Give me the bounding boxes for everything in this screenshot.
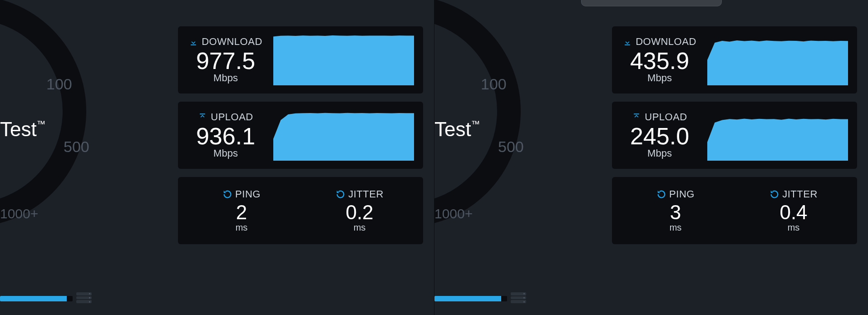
upload-metric: UPLOAD 936.1 Mbps xyxy=(187,111,264,160)
jitter-stat: JITTER 0.4 ms xyxy=(739,188,848,232)
svg-rect-3 xyxy=(634,113,639,114)
ping-stat: PING 3 ms xyxy=(621,188,730,232)
reload-icon xyxy=(335,189,345,199)
server-icon xyxy=(511,292,526,303)
reload-icon xyxy=(769,189,779,199)
download-card: DOWNLOAD 977.5 Mbps xyxy=(178,26,423,94)
gauge-tick-500: 500 xyxy=(498,138,524,156)
jitter-label: JITTER xyxy=(348,188,384,200)
jitter-label: JITTER xyxy=(782,188,818,200)
upload-chart xyxy=(273,110,414,161)
upload-card: UPLOAD 245.0 Mbps xyxy=(612,102,857,169)
ping-label: PING xyxy=(669,188,695,200)
upload-metric: UPLOAD 245.0 Mbps xyxy=(621,111,698,160)
jitter-unit: ms xyxy=(788,222,800,233)
brand-tm: ™ xyxy=(471,119,480,129)
results-column: DOWNLOAD 977.5 Mbps UPLOAD 936.1 xyxy=(178,26,423,244)
upload-icon xyxy=(198,113,207,122)
ping-value: 3 xyxy=(670,202,681,223)
ping-stat: PING 2 ms xyxy=(187,188,296,232)
latency-card: PING 3 ms JITTER 0.4 ms xyxy=(612,177,857,244)
ping-unit: ms xyxy=(670,222,682,233)
download-value: 435.9 xyxy=(630,49,689,74)
svg-rect-1 xyxy=(200,113,205,114)
upload-unit: Mbps xyxy=(213,148,238,159)
upload-card: UPLOAD 936.1 Mbps xyxy=(178,102,423,169)
download-icon xyxy=(623,37,632,46)
download-metric: DOWNLOAD 435.9 Mbps xyxy=(621,36,698,84)
ping-unit: ms xyxy=(236,222,248,233)
jitter-stat: JITTER 0.2 ms xyxy=(305,188,414,232)
svg-rect-2 xyxy=(625,44,630,45)
gauge-tick-100: 100 xyxy=(481,75,507,93)
jitter-unit: ms xyxy=(354,222,366,233)
gauge-tick-max: 1000+ xyxy=(0,206,38,221)
progress-bar xyxy=(434,296,507,301)
svg-rect-0 xyxy=(191,44,196,45)
download-metric: DOWNLOAD 977.5 Mbps xyxy=(187,36,264,84)
gauge-tick-100: 100 xyxy=(46,75,72,93)
download-chart xyxy=(707,34,848,85)
download-unit: Mbps xyxy=(647,72,672,84)
download-label: DOWNLOAD xyxy=(636,36,696,48)
upload-chart xyxy=(707,110,848,161)
ping-value: 2 xyxy=(236,202,247,223)
download-unit: Mbps xyxy=(213,72,238,84)
upload-value: 936.1 xyxy=(196,124,255,149)
brand-tm: ™ xyxy=(37,119,46,129)
jitter-value: 0.2 xyxy=(345,202,373,223)
progress-bar xyxy=(0,296,73,301)
download-icon xyxy=(189,37,198,46)
server-icon xyxy=(76,292,92,303)
brand-label: Test™ xyxy=(0,118,45,141)
upload-unit: Mbps xyxy=(647,148,672,159)
jitter-value: 0.4 xyxy=(779,202,807,223)
download-label: DOWNLOAD xyxy=(202,36,262,48)
reload-icon xyxy=(222,189,232,199)
speedtest-pane-right: 100 500 1000+ Test™ DOWNLOAD 435. xyxy=(434,0,868,315)
download-value: 977.5 xyxy=(196,49,255,74)
reload-icon xyxy=(656,189,666,199)
upload-label: UPLOAD xyxy=(211,111,253,123)
download-chart xyxy=(273,34,414,85)
brand-label: Test™ xyxy=(434,118,480,141)
upload-icon xyxy=(632,113,641,122)
progress-fill xyxy=(0,296,67,301)
upload-label: UPLOAD xyxy=(645,111,687,123)
ping-label: PING xyxy=(235,188,261,200)
download-card: DOWNLOAD 435.9 Mbps xyxy=(612,26,857,94)
address-bar-pill[interactable] xyxy=(581,0,722,6)
speedtest-pane-left: 100 500 1000+ Test™ DOWNLOAD xyxy=(0,0,434,315)
upload-value: 245.0 xyxy=(630,124,689,149)
brand-text: Test xyxy=(0,118,37,140)
gauge-tick-500: 500 xyxy=(64,138,89,156)
latency-card: PING 2 ms JITTER 0.2 ms xyxy=(178,177,423,244)
progress-fill xyxy=(434,296,501,301)
gauge-tick-max: 1000+ xyxy=(434,206,473,221)
results-column: DOWNLOAD 435.9 Mbps UPLOAD 245.0 xyxy=(612,26,857,244)
brand-text: Test xyxy=(434,118,471,140)
